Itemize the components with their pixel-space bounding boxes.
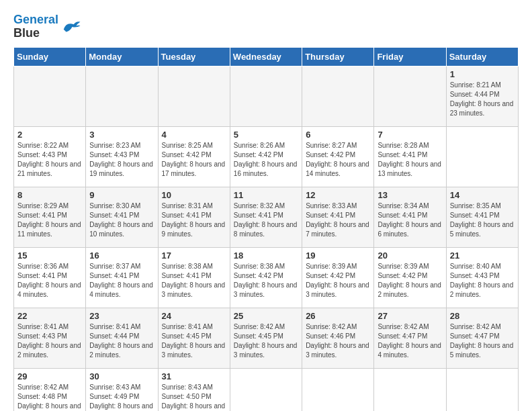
day-number: 10 — [162, 190, 226, 200]
header-thursday: Thursday — [302, 47, 374, 66]
calendar-cell: 25 Sunrise: 8:42 AMSunset: 4:45 PMDaylig… — [230, 308, 302, 368]
day-number: 14 — [450, 190, 515, 200]
calendar-row: 15 Sunrise: 8:36 AMSunset: 4:41 PMDaylig… — [14, 247, 519, 308]
day-number: 4 — [162, 130, 226, 140]
day-number: 25 — [234, 311, 298, 321]
day-number: 7 — [378, 130, 442, 140]
day-info: Sunrise: 8:42 AMSunset: 4:45 PMDaylight:… — [234, 322, 298, 360]
calendar-cell: 20 Sunrise: 8:39 AMSunset: 4:42 PMDaylig… — [374, 247, 446, 308]
calendar-cell: 2 Sunrise: 8:22 AMSunset: 4:43 PMDayligh… — [14, 126, 86, 187]
logo: GeneralBlue — [13, 13, 81, 40]
logo-bird-icon — [61, 17, 81, 37]
day-info: Sunrise: 8:43 AMSunset: 4:49 PMDaylight:… — [89, 383, 154, 411]
day-info: Sunrise: 8:37 AMSunset: 4:41 PMDaylight:… — [89, 262, 154, 300]
calendar-cell — [302, 66, 374, 126]
day-info: Sunrise: 8:29 AMSunset: 4:41 PMDaylight:… — [17, 201, 82, 239]
calendar-cell: 8 Sunrise: 8:29 AMSunset: 4:41 PMDayligh… — [14, 187, 86, 247]
calendar-row: 2 Sunrise: 8:22 AMSunset: 4:43 PMDayligh… — [14, 126, 519, 187]
header-wednesday: Wednesday — [230, 47, 302, 66]
day-info: Sunrise: 8:38 AMSunset: 4:41 PMDaylight:… — [162, 262, 226, 300]
logo-text: GeneralBlue — [13, 13, 58, 40]
day-info: Sunrise: 8:42 AMSunset: 4:46 PMDaylight:… — [306, 322, 370, 360]
day-info: Sunrise: 8:27 AMSunset: 4:42 PMDaylight:… — [306, 141, 370, 179]
calendar-row: 22 Sunrise: 8:41 AMSunset: 4:43 PMDaylig… — [14, 308, 519, 368]
header-sunday: Sunday — [14, 47, 86, 66]
header-saturday: Saturday — [446, 47, 518, 66]
calendar-cell: 27 Sunrise: 8:42 AMSunset: 4:47 PMDaylig… — [374, 308, 446, 368]
day-number: 9 — [89, 190, 154, 200]
day-number: 21 — [450, 250, 515, 261]
day-number: 3 — [89, 130, 154, 140]
calendar-cell — [230, 368, 302, 411]
page-header: GeneralBlue — [13, 13, 519, 40]
day-number: 27 — [378, 311, 442, 321]
day-info: Sunrise: 8:34 AMSunset: 4:41 PMDaylight:… — [378, 201, 442, 239]
calendar-cell: 21 Sunrise: 8:40 AMSunset: 4:43 PMDaylig… — [446, 247, 518, 308]
day-number: 31 — [162, 371, 226, 381]
day-number: 18 — [234, 250, 298, 261]
day-info: Sunrise: 8:21 AMSunset: 4:44 PMDaylight:… — [450, 81, 515, 118]
day-info: Sunrise: 8:42 AMSunset: 4:47 PMDaylight:… — [450, 322, 515, 360]
calendar-cell: 3 Sunrise: 8:23 AMSunset: 4:43 PMDayligh… — [86, 126, 158, 187]
day-number: 16 — [89, 250, 154, 261]
calendar-row: 29 Sunrise: 8:42 AMSunset: 4:48 PMDaylig… — [14, 368, 519, 411]
day-number: 12 — [306, 190, 370, 200]
day-number: 15 — [17, 250, 82, 261]
day-info: Sunrise: 8:36 AMSunset: 4:41 PMDaylight:… — [17, 262, 82, 300]
calendar-cell: 12 Sunrise: 8:33 AMSunset: 4:41 PMDaylig… — [302, 187, 374, 247]
day-info: Sunrise: 8:23 AMSunset: 4:43 PMDaylight:… — [89, 141, 154, 179]
calendar-cell: 6 Sunrise: 8:27 AMSunset: 4:42 PMDayligh… — [302, 126, 374, 187]
calendar-header-row: SundayMondayTuesdayWednesdayThursdayFrid… — [14, 47, 519, 66]
calendar-cell: 31 Sunrise: 8:43 AMSunset: 4:50 PMDaylig… — [158, 368, 230, 411]
header-friday: Friday — [374, 47, 446, 66]
calendar-cell: 14 Sunrise: 8:35 AMSunset: 4:41 PMDaylig… — [446, 187, 518, 247]
calendar-cell: 13 Sunrise: 8:34 AMSunset: 4:41 PMDaylig… — [374, 187, 446, 247]
day-info: Sunrise: 8:31 AMSunset: 4:41 PMDaylight:… — [162, 201, 226, 239]
calendar-cell: 17 Sunrise: 8:38 AMSunset: 4:41 PMDaylig… — [158, 247, 230, 308]
day-info: Sunrise: 8:22 AMSunset: 4:43 PMDaylight:… — [17, 141, 82, 179]
day-number: 23 — [89, 311, 154, 321]
calendar-cell — [374, 66, 446, 126]
day-number: 20 — [378, 250, 442, 261]
calendar-cell — [446, 368, 518, 411]
day-number: 17 — [162, 250, 226, 261]
day-info: Sunrise: 8:42 AMSunset: 4:48 PMDaylight:… — [17, 383, 82, 411]
day-number: 19 — [306, 250, 370, 261]
calendar-cell — [302, 368, 374, 411]
calendar-cell: 19 Sunrise: 8:39 AMSunset: 4:42 PMDaylig… — [302, 247, 374, 308]
calendar-cell: 26 Sunrise: 8:42 AMSunset: 4:46 PMDaylig… — [302, 308, 374, 368]
day-number: 2 — [17, 130, 82, 140]
day-info: Sunrise: 8:39 AMSunset: 4:42 PMDaylight:… — [306, 262, 370, 300]
calendar-cell: 1 Sunrise: 8:21 AMSunset: 4:44 PMDayligh… — [446, 66, 518, 126]
calendar-cell: 7 Sunrise: 8:28 AMSunset: 4:41 PMDayligh… — [374, 126, 446, 187]
day-info: Sunrise: 8:35 AMSunset: 4:41 PMDaylight:… — [450, 201, 515, 239]
calendar-cell — [230, 66, 302, 126]
calendar-cell: 9 Sunrise: 8:30 AMSunset: 4:41 PMDayligh… — [86, 187, 158, 247]
calendar-cell — [14, 66, 86, 126]
calendar-cell — [158, 66, 230, 126]
calendar-cell: 15 Sunrise: 8:36 AMSunset: 4:41 PMDaylig… — [14, 247, 86, 308]
calendar-row: 8 Sunrise: 8:29 AMSunset: 4:41 PMDayligh… — [14, 187, 519, 247]
day-info: Sunrise: 8:42 AMSunset: 4:47 PMDaylight:… — [378, 322, 442, 360]
day-number: 13 — [378, 190, 442, 200]
day-number: 1 — [450, 69, 515, 79]
calendar-cell: 5 Sunrise: 8:26 AMSunset: 4:42 PMDayligh… — [230, 126, 302, 187]
day-number: 11 — [234, 190, 298, 200]
day-info: Sunrise: 8:43 AMSunset: 4:50 PMDaylight:… — [162, 383, 226, 411]
day-info: Sunrise: 8:41 AMSunset: 4:45 PMDaylight:… — [162, 322, 226, 360]
calendar-cell: 18 Sunrise: 8:38 AMSunset: 4:42 PMDaylig… — [230, 247, 302, 308]
day-info: Sunrise: 8:38 AMSunset: 4:42 PMDaylight:… — [234, 262, 298, 300]
day-info: Sunrise: 8:25 AMSunset: 4:42 PMDaylight:… — [162, 141, 226, 179]
day-info: Sunrise: 8:40 AMSunset: 4:43 PMDaylight:… — [450, 262, 515, 300]
day-number: 29 — [17, 371, 82, 381]
header-tuesday: Tuesday — [158, 47, 230, 66]
calendar-table: SundayMondayTuesdayWednesdayThursdayFrid… — [13, 47, 519, 411]
calendar-cell: 29 Sunrise: 8:42 AMSunset: 4:48 PMDaylig… — [14, 368, 86, 411]
calendar-row: 1 Sunrise: 8:21 AMSunset: 4:44 PMDayligh… — [14, 66, 519, 126]
day-number: 8 — [17, 190, 82, 200]
day-number: 30 — [89, 371, 154, 381]
day-info: Sunrise: 8:28 AMSunset: 4:41 PMDaylight:… — [378, 141, 442, 179]
day-info: Sunrise: 8:30 AMSunset: 4:41 PMDaylight:… — [89, 201, 154, 239]
day-info: Sunrise: 8:33 AMSunset: 4:41 PMDaylight:… — [306, 201, 370, 239]
day-number: 5 — [234, 130, 298, 140]
